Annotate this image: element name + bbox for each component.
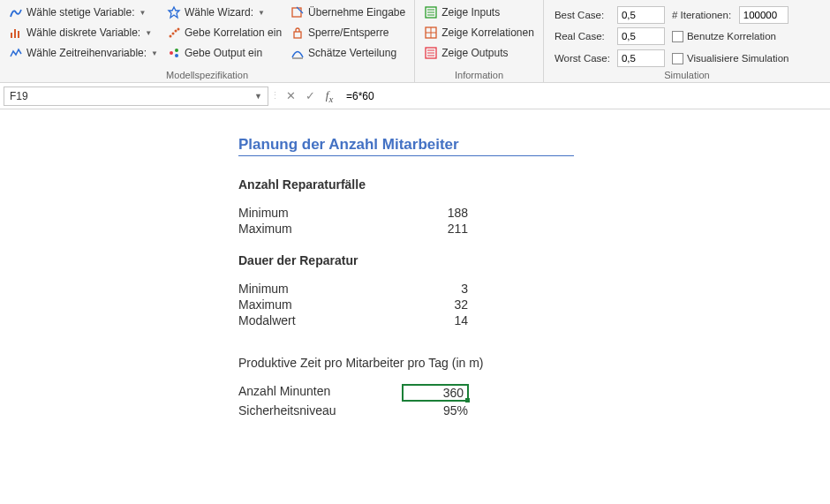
row-label: Anzahl Minunten [238, 384, 406, 402]
ribbon-group-simulation: Best Case: # Iterationen: Real Case: Ben… [544, 0, 830, 82]
section-header: Produktive Zeit pro Mitarbeiter pro Tag … [238, 356, 830, 370]
chevron-down-icon: ▼ [151, 49, 158, 57]
apply-icon [290, 5, 305, 19]
ribbon: Wähle stetige Variable: ▼ Wähle diskrete… [0, 0, 830, 83]
label: Sperre/Entsperre [308, 26, 389, 39]
choose-wizard-button[interactable]: Wähle Wizard: ▼ [165, 4, 283, 21]
section-header: Dauer der Reparatur [238, 253, 830, 267]
real-case-input[interactable] [617, 27, 665, 45]
row-value: 32 [406, 297, 468, 312]
label: Übernehme Eingabe [308, 6, 405, 19]
row-label: Minimum [238, 206, 406, 220]
list-green-icon [424, 5, 438, 19]
iterations-input[interactable] [739, 6, 788, 24]
lock-unlock-button[interactable]: Sperre/Entsperre [289, 24, 407, 41]
enter-correlation-button[interactable]: Gebe Korrelation ein [165, 24, 283, 41]
worksheet[interactable]: Planung der Anzahl Mitarbeiter Anzahl Re… [0, 109, 830, 417]
star-icon [167, 5, 181, 19]
row-value: 3 [406, 282, 468, 296]
svg-point-8 [170, 51, 173, 55]
table-row: Maximum 32 [238, 297, 830, 312]
section-header: Anzahl Reparaturfälle [238, 177, 830, 192]
row-value: 14 [406, 313, 468, 327]
formula-input[interactable] [339, 87, 826, 106]
estimate-distribution-button[interactable]: Schätze Verteilung [289, 44, 407, 62]
list-red-icon [424, 46, 438, 60]
table-row: Minimum 3 [238, 282, 830, 296]
matrix-icon [424, 26, 438, 40]
svg-point-6 [175, 30, 177, 33]
svg-rect-0 [11, 33, 12, 38]
row-label: Sicherheitsniveau [238, 403, 406, 417]
table-row: Anzahl Minunten 360 [238, 384, 830, 402]
show-inputs-button[interactable]: Zeige Inputs [422, 4, 536, 21]
bars-icon [9, 26, 23, 40]
label: Wähle Wizard: [185, 6, 253, 19]
choose-timeseries-var-button[interactable]: Wähle Zeitreihenvariable: ▼ [7, 44, 160, 62]
enter-output-button[interactable]: Gebe Output ein [165, 44, 283, 62]
output-icon [167, 46, 181, 60]
svg-marker-3 [169, 7, 179, 18]
active-cell[interactable]: 360 [406, 384, 468, 402]
group-label: Simulation [551, 68, 823, 80]
table-row: Modalwert 14 [238, 313, 830, 327]
label: Wähle diskrete Variable: [26, 26, 140, 39]
row-label: Maximum [238, 222, 406, 236]
label: Schätze Verteilung [308, 47, 396, 59]
apply-input-button[interactable]: Übernehme Eingabe [289, 4, 407, 21]
iterations-label: # Iterationen: [672, 10, 732, 20]
label: Gebe Korrelation ein [185, 26, 282, 39]
svg-point-9 [175, 49, 178, 52]
choose-discrete-var-button[interactable]: Wähle diskrete Variable: ▼ [7, 24, 160, 41]
cancel-formula-button[interactable]: ✕ [281, 87, 300, 106]
distribution-icon [290, 46, 305, 60]
row-label: Maximum [238, 297, 406, 312]
best-case-input[interactable] [617, 6, 665, 24]
label: Wähle Zeitreihenvariable: [26, 47, 147, 59]
fx-button[interactable]: fx [320, 87, 339, 106]
svg-point-5 [172, 33, 175, 35]
chevron-down-icon: ▼ [145, 29, 152, 37]
show-correlations-button[interactable]: Zeige Korrelationen [422, 24, 536, 41]
row-label: Modalwert [238, 313, 406, 327]
visualize-sim-checkbox[interactable] [672, 53, 683, 64]
name-box[interactable]: F19 ▼ [4, 87, 268, 106]
label: Zeige Inputs [441, 6, 500, 19]
row-label: Minimum [238, 282, 406, 296]
chevron-down-icon: ▼ [258, 9, 265, 17]
accept-formula-button[interactable]: ✓ [300, 87, 320, 106]
row-value: 211 [406, 222, 468, 236]
timeseries-icon [9, 46, 23, 60]
label: Zeige Outputs [441, 47, 508, 59]
svg-point-7 [177, 28, 180, 31]
curve-icon [9, 5, 23, 19]
ribbon-group-modellspezifikation: Wähle stetige Variable: ▼ Wähle diskrete… [0, 0, 415, 82]
svg-rect-2 [18, 31, 19, 38]
chevron-down-icon: ▼ [254, 92, 262, 101]
page-title: Planung der Anzahl Mitarbeiter [238, 136, 574, 156]
label: Wähle stetige Variable: [26, 6, 135, 19]
choose-continuous-var-button[interactable]: Wähle stetige Variable: ▼ [7, 4, 160, 21]
worst-case-input[interactable] [617, 49, 665, 67]
lock-icon [290, 26, 305, 40]
svg-rect-1 [14, 29, 16, 38]
separator: ⋮ [272, 87, 277, 106]
group-label: Modellspezifikation [7, 68, 407, 80]
group-label: Information [422, 68, 536, 80]
best-case-label: Best Case: [555, 10, 610, 20]
svg-rect-11 [292, 8, 301, 17]
real-case-label: Real Case: [555, 31, 610, 41]
formula-bar: F19 ▼ ⋮ ✕ ✓ fx [0, 83, 830, 109]
table-row: Maximum 211 [238, 222, 830, 236]
scatter-icon [167, 26, 181, 40]
label: Zeige Korrelationen [441, 26, 534, 39]
ribbon-group-information: Zeige Inputs Zeige Korrelationen Zeige O… [415, 0, 544, 82]
table-row: Minimum 188 [238, 206, 830, 220]
visualize-sim-label: Visualisiere Simulation [687, 53, 788, 64]
row-value: 188 [406, 206, 468, 220]
use-correlation-checkbox[interactable] [672, 31, 683, 42]
chevron-down-icon: ▼ [140, 9, 147, 17]
cell-reference: F19 [10, 90, 28, 102]
show-outputs-button[interactable]: Zeige Outputs [422, 44, 536, 62]
use-correlation-label: Benutze Korrelation [687, 31, 776, 41]
